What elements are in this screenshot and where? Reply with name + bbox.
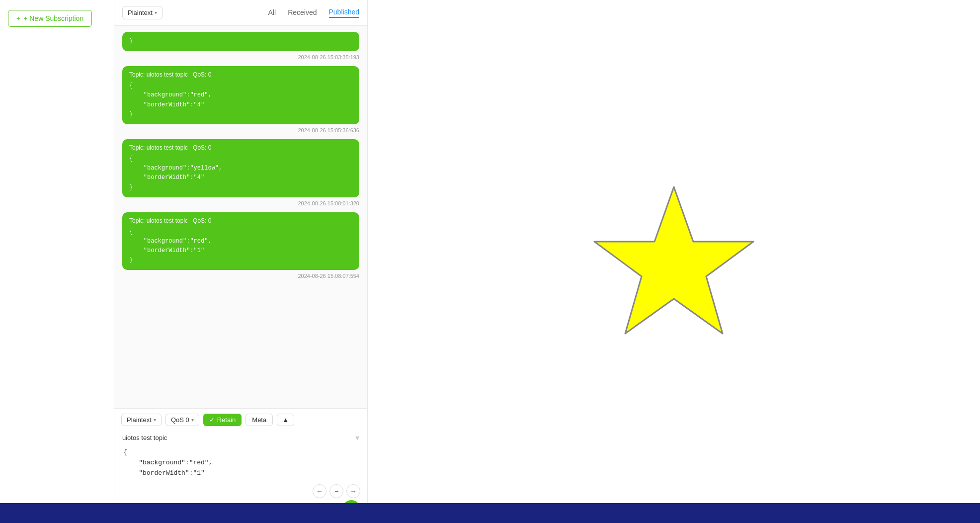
topic-chevron-icon: ▾	[355, 433, 359, 442]
message-input-area: { "background":"red", "borderWidth":"1" …	[121, 445, 360, 498]
message-body-2: { "background":"yellow", "borderWidth":"…	[129, 154, 352, 192]
meta-label: Meta	[252, 416, 266, 424]
upload-button[interactable]: ▲	[277, 414, 294, 426]
compose-qos-chevron: ▾	[191, 417, 194, 423]
sidebar: + + New Subscription	[0, 0, 114, 523]
timestamp-2: 2024-08-26 15:08:01:320	[122, 200, 359, 206]
message-topic-1: Topic: uiotos test topic QoS: 0	[129, 71, 352, 78]
message-bubble-1: Topic: uiotos test topic QoS: 0 { "backg…	[122, 66, 359, 124]
plus-icon: +	[16, 14, 20, 22]
compose-qos-label: QoS 0	[171, 416, 189, 424]
tab-received[interactable]: Received	[288, 8, 317, 17]
message-bubble-3: Topic: uiotos test topic QoS: 0 { "backg…	[122, 212, 359, 270]
partial-message-body: }	[129, 37, 352, 46]
nav-next-button[interactable]: →	[346, 484, 360, 498]
format-dropdown[interactable]: Plaintext ▾	[122, 6, 163, 19]
nav-prev-button[interactable]: ←	[313, 484, 327, 498]
compose-qos-dropdown[interactable]: QoS 0 ▾	[165, 414, 199, 426]
new-subscription-label: + New Subscription	[23, 14, 83, 22]
compose-format-dropdown[interactable]: Plaintext ▾	[121, 414, 162, 426]
chevron-down-icon: ▾	[155, 10, 157, 15]
topic-value[interactable]: uiotos test topic	[122, 434, 167, 441]
retain-check-icon: ✓	[209, 416, 215, 424]
new-subscription-button[interactable]: + + New Subscription	[8, 10, 92, 27]
tab-published[interactable]: Published	[329, 8, 360, 18]
format-label: Plaintext	[128, 9, 153, 16]
timestamp-3: 2024-08-26 15:08:07:554	[122, 273, 359, 279]
svg-marker-2	[594, 187, 753, 334]
tab-all[interactable]: All	[268, 8, 276, 17]
message-body-3: { "background":"red", "borderWidth":"1" …	[129, 227, 352, 265]
meta-button[interactable]: Meta	[245, 414, 273, 426]
message-textarea[interactable]: { "background":"red", "borderWidth":"1" …	[121, 445, 360, 480]
timestamp-1: 2024-08-26 15:05:36:636	[122, 127, 359, 133]
timestamp-0: 2024-08-26 15:03:35:193	[122, 54, 359, 60]
compose-format-chevron: ▾	[154, 417, 156, 423]
retain-label: Retain	[217, 416, 236, 424]
message-body-1: { "background":"red", "borderWidth":"4" …	[129, 81, 352, 119]
panel-header: Plaintext ▾ All Received Published	[114, 0, 367, 26]
compose-format-label: Plaintext	[127, 416, 152, 424]
tabs-area: All Received Published	[268, 8, 359, 18]
upload-icon: ▲	[282, 416, 289, 424]
message-bubble-2: Topic: uiotos test topic QoS: 0 { "backg…	[122, 139, 359, 197]
messages-area: } 2024-08-26 15:03:35:193 Topic: uiotos …	[114, 26, 367, 408]
main-panel: Plaintext ▾ All Received Published } 202…	[114, 0, 368, 523]
topic-row: uiotos test topic ▾	[121, 430, 360, 445]
viz-panel	[368, 0, 980, 523]
compose-toolbar: Plaintext ▾ QoS 0 ▾ ✓ Retain Meta ▲	[121, 414, 360, 426]
message-topic-2: Topic: uiotos test topic QoS: 0	[129, 144, 352, 151]
message-topic-3: Topic: uiotos test topic QoS: 0	[129, 217, 352, 224]
taskbar	[0, 503, 980, 523]
star-visualization	[589, 177, 758, 346]
nav-controls: ← − →	[121, 484, 360, 498]
nav-minus-button[interactable]: −	[329, 484, 343, 498]
retain-button[interactable]: ✓ Retain	[203, 414, 242, 426]
message-bubble-partial: }	[122, 32, 359, 51]
